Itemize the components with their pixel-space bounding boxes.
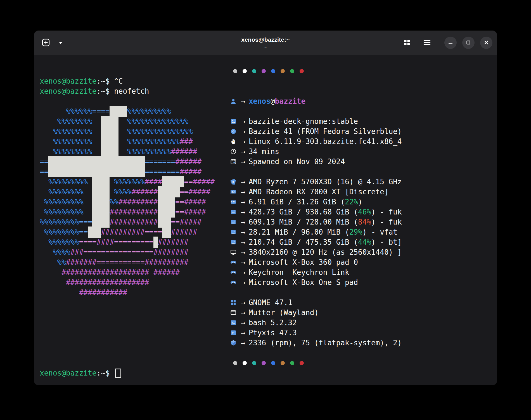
arrow-glyph: →: [241, 177, 245, 187]
arrow-glyph: →: [241, 96, 245, 106]
ascii-art-segment: [110, 106, 127, 117]
ascii-art-segment: [40, 278, 66, 287]
arrow-glyph: →: [241, 237, 245, 247]
ascii-art-segment: ##########: [145, 258, 189, 266]
ascii-art-segment: [92, 127, 101, 136]
tab-menu-button[interactable]: [56, 36, 65, 50]
tab-overview-button[interactable]: [400, 36, 414, 50]
ascii-art-segment: %%%%%%%%%%%%%%: [127, 117, 188, 126]
ascii-art-segment: [118, 127, 127, 136]
arrow-glyph: →: [241, 267, 245, 277]
ascii-art-segment: ###########: [110, 208, 158, 216]
palette-dot: [252, 361, 256, 365]
info-text: Mutter (Wayland): [249, 308, 319, 318]
info-text: Linux 6.11.9-303.bazzite.fc41.x86_4: [249, 136, 402, 147]
ascii-art-segment: [40, 268, 61, 277]
ascii-art-segment: [110, 188, 114, 196]
info-line: →bash 5.2.32: [229, 318, 489, 328]
info-line: →Bazzite 41 (FROM Fedora Silverblue): [229, 126, 489, 136]
info-text: 34 mins: [249, 147, 279, 157]
text-segment: AMD Ryzen 7 5700X3D (16) @ 4.15 GHz: [249, 178, 402, 186]
info-text: Bazzite 41 (FROM Fedora Silverblue): [249, 126, 402, 136]
memory-icon: [229, 199, 238, 205]
text-segment: 3840x2160 @ 120 Hz (as 2560x1440) ]: [249, 248, 402, 256]
titlebar[interactable]: xenos@bazzite:~ ~: [34, 31, 497, 55]
restore-button[interactable]: [462, 37, 475, 49]
ascii-art-segment: [118, 117, 127, 126]
ascii-art-segment: ######: [153, 268, 180, 277]
hamburger-menu-icon: [423, 40, 431, 46]
info-line: →Microsoft X-Box One S pad: [229, 277, 489, 287]
text-segment: 609.13 MiB / 728.00 MiB (: [249, 218, 358, 226]
text-segment: xenos@bazzite: [40, 86, 97, 96]
arrow-glyph: →: [241, 227, 245, 237]
palette-dot: [262, 69, 266, 73]
ascii-art-segment: [162, 176, 184, 187]
ascii-art-segment: %%%%%%%%: [57, 117, 92, 126]
ascii-art-segment: ==: [171, 218, 180, 226]
ascii-art-segment: %%%%: [53, 248, 70, 256]
ascii-art-segment: ===========: [97, 258, 145, 266]
ascii-art-segment: [88, 178, 92, 186]
ascii-art-segment: [92, 206, 110, 218]
info-line: →Ptyxis 47.3: [229, 328, 489, 338]
info-text: 3840x2160 @ 120 Hz (as 2560x1440) ]: [249, 247, 402, 257]
new-tab-button[interactable]: [39, 36, 53, 50]
main-menu-button[interactable]: [420, 36, 434, 50]
ascii-art-segment: %%%%%%%%%%: [127, 107, 171, 115]
disc-icon: [229, 128, 238, 135]
window-title-area: xenos@bazzite:~ ~: [241, 36, 290, 49]
ascii-art-segment: [110, 178, 114, 186]
ascii-art-segment: #####: [188, 188, 210, 196]
gamepad-icon: [229, 269, 238, 276]
arrow-glyph: →: [241, 126, 245, 136]
ascii-art-segment: ==: [175, 208, 184, 216]
info-text: 428.73 GiB / 930.68 GiB (46%) - fuk: [249, 207, 402, 217]
palette-dot: [290, 361, 294, 365]
color-palette-row: [229, 66, 489, 76]
ascii-art-segment: [48, 156, 144, 167]
prompt-line-2: xenos@bazzite:~$ neofetch: [40, 86, 149, 96]
ascii-art-segment: %%%%%%%%%: [48, 178, 88, 186]
text-segment: neofetch: [114, 86, 149, 96]
ascii-art-segment: [40, 198, 44, 206]
info-line: →210.74 GiB / 475.35 GiB (44%) - bt]: [229, 237, 489, 247]
info-text: AMD Ryzen 7 5700X3D (16) @ 4.15 GHz: [249, 177, 402, 187]
arrow-glyph: →: [241, 207, 245, 217]
text-segment: GNOME 47.1: [249, 298, 293, 307]
terminal-viewport[interactable]: xenos@bazzite:~$ ^C xenos@bazzite:~$ neo…: [34, 55, 497, 385]
ascii-art-segment: %%%%%%%%%: [44, 208, 84, 216]
info-line: →3840x2160 @ 120 Hz (as 2560x1440) ]: [229, 247, 489, 257]
ascii-art-segment: [158, 216, 171, 228]
prompt-line-1: xenos@bazzite:~$ ^C: [40, 76, 123, 86]
text-segment: Ptyxis 47.3: [249, 329, 297, 337]
ascii-art-segment: [153, 237, 158, 248]
penguin-icon: [229, 138, 238, 145]
ascii-art-segment: ###: [70, 248, 84, 256]
ascii-art-segment: [158, 206, 176, 218]
text-segment: ^C: [114, 76, 123, 86]
ascii-art-segment: [101, 136, 118, 147]
disk-icon: [229, 219, 238, 225]
minimize-button[interactable]: [444, 37, 457, 49]
disk-icon: [229, 209, 238, 215]
ascii-art-segment: ==: [175, 198, 184, 206]
ascii-art-segment: [101, 146, 118, 157]
info-line: →428.73 GiB / 930.68 GiB (46%) - fuk: [229, 207, 489, 217]
info-text: Microsoft X-Box One S pad: [249, 277, 358, 287]
info-text: Spawned on Nov 09 2024: [249, 157, 345, 167]
ascii-art-segment: ######: [171, 228, 197, 236]
palette-dot: [243, 361, 247, 365]
close-button[interactable]: [480, 37, 492, 49]
ascii-art-segment: #####: [184, 198, 206, 206]
text-segment: :~$: [97, 76, 114, 86]
ascii-art-segment: #####: [180, 167, 202, 176]
arrow-glyph: →: [241, 328, 245, 338]
ascii-art-segment: ==: [40, 157, 48, 166]
palette-dot: [290, 69, 294, 73]
blank-line: [229, 76, 489, 86]
ascii-art-segment: =========: [114, 238, 153, 246]
ascii-art-segment: ######: [132, 188, 158, 196]
ascii-art-segment: ####################: [61, 268, 149, 277]
ascii-art-segment: [118, 147, 127, 156]
